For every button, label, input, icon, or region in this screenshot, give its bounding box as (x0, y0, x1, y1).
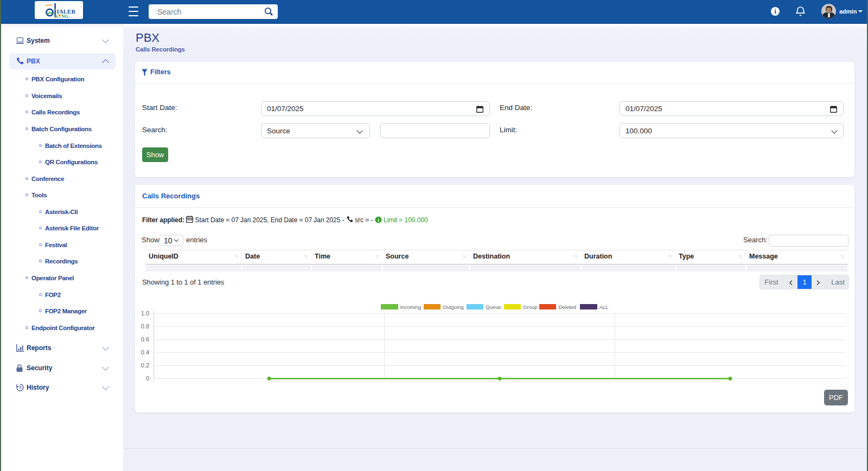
svg-text:0.2: 0.2 (141, 362, 149, 369)
svg-text:ALL: ALL (599, 304, 609, 310)
svg-text:0.6: 0.6 (141, 336, 149, 343)
svg-text:0: 0 (146, 375, 149, 382)
svg-text:Incoming: Incoming (400, 304, 422, 310)
svg-text:Deleted: Deleted (558, 304, 576, 310)
svg-text:Group: Group (523, 304, 537, 310)
svg-text:0.8: 0.8 (141, 323, 149, 330)
svg-text:1.0: 1.0 (141, 310, 149, 317)
svg-text:Queue: Queue (486, 304, 501, 310)
svg-text:0.4: 0.4 (141, 349, 149, 356)
svg-text:Outgoing: Outgoing (443, 304, 464, 310)
